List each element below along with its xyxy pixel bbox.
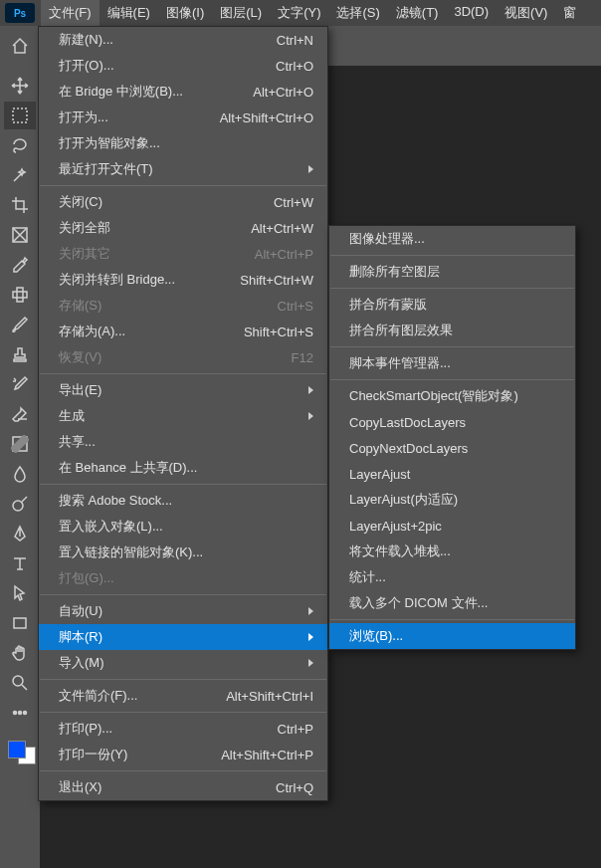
script-menu-item[interactable]: 浏览(B)...: [329, 623, 575, 649]
tool-frame[interactable]: [4, 221, 36, 249]
tool-history-brush[interactable]: [4, 370, 36, 398]
script-menu-item[interactable]: CheckSmartObject(智能对象): [329, 383, 575, 409]
tool-marquee[interactable]: [4, 102, 36, 129]
file-menu-item[interactable]: 打印(P)...Ctrl+P: [39, 716, 327, 742]
script-menu-item[interactable]: CopyNextDocLayers: [329, 435, 575, 461]
menu-8[interactable]: 视图(V): [497, 0, 555, 26]
tool-stamp[interactable]: [4, 340, 36, 368]
file-menu-item[interactable]: 搜索 Adobe Stock...: [39, 488, 327, 514]
script-menu-item[interactable]: 拼合所有图层效果: [329, 318, 575, 343]
file-menu-item: 恢复(V)F12: [39, 344, 327, 370]
script-menu-item[interactable]: CopyLastDocLayers: [329, 409, 575, 435]
menu-5[interactable]: 选择(S): [328, 0, 387, 26]
file-menu-item[interactable]: 生成: [39, 403, 327, 429]
script-menu-item[interactable]: LayerAjust: [329, 461, 575, 487]
file-menu-item[interactable]: 在 Bridge 中浏览(B)...Alt+Ctrl+O: [39, 79, 327, 105]
script-menu-item[interactable]: 脚本事件管理器...: [329, 350, 575, 376]
file-menu-item[interactable]: 关闭全部Alt+Ctrl+W: [39, 215, 327, 241]
svg-point-5: [13, 501, 23, 511]
file-menu-item[interactable]: 存储为(A)...Shift+Ctrl+S: [39, 319, 327, 344]
svg-point-7: [13, 676, 23, 686]
svg-point-9: [19, 712, 22, 715]
svg-point-8: [14, 712, 17, 715]
menu-0[interactable]: 文件(F): [41, 0, 100, 26]
tool-type[interactable]: [4, 549, 36, 577]
tool-eraser[interactable]: [4, 400, 36, 428]
file-menu-item[interactable]: 在 Behance 上共享(D)...: [39, 455, 327, 481]
tool-hand[interactable]: [4, 639, 36, 667]
script-menu-item[interactable]: 统计...: [329, 564, 575, 590]
tool-wand[interactable]: [4, 161, 36, 189]
color-swatches[interactable]: [4, 735, 36, 766]
tool-dodge[interactable]: [4, 490, 36, 518]
tool-lasso[interactable]: [4, 131, 36, 159]
script-menu-item[interactable]: 删除所有空图层: [329, 259, 575, 285]
tool-zoom[interactable]: [4, 669, 36, 697]
svg-rect-6: [14, 618, 26, 628]
svg-rect-2: [17, 288, 23, 302]
script-menu-item[interactable]: 将文件载入堆栈...: [329, 539, 575, 564]
tool-eyedropper[interactable]: [4, 251, 36, 279]
menu-3[interactable]: 图层(L): [212, 0, 270, 26]
file-menu-item[interactable]: 关闭并转到 Bridge...Shift+Ctrl+W: [39, 267, 327, 293]
tool-more[interactable]: [4, 699, 36, 727]
tool-blur[interactable]: [4, 460, 36, 488]
menu-4[interactable]: 文字(Y): [270, 0, 328, 26]
file-menu-item[interactable]: 导入(M): [39, 650, 327, 676]
file-menu-item[interactable]: 脚本(R): [39, 624, 327, 650]
tool-healing[interactable]: [4, 281, 36, 309]
script-menu-item[interactable]: LayerAjust(内适应): [329, 487, 575, 513]
menu-1[interactable]: 编辑(E): [100, 0, 158, 26]
file-menu-item[interactable]: 共享...: [39, 429, 327, 455]
file-menu-item[interactable]: 退出(X)Ctrl+Q: [39, 774, 327, 800]
script-menu-item[interactable]: 拼合所有蒙版: [329, 292, 575, 318]
menu-9[interactable]: 窗: [555, 0, 584, 26]
app-logo: Ps: [5, 3, 35, 23]
svg-point-10: [24, 712, 27, 715]
file-menu-item[interactable]: 新建(N)...Ctrl+N: [39, 27, 327, 53]
file-menu-item[interactable]: 置入链接的智能对象(K)...: [39, 540, 327, 565]
file-menu-item[interactable]: 打印一份(Y)Alt+Shift+Ctrl+P: [39, 742, 327, 767]
tool-palette: [0, 66, 40, 868]
file-menu-item[interactable]: 打开为...Alt+Shift+Ctrl+O: [39, 105, 327, 130]
menu-7[interactable]: 3D(D): [446, 0, 497, 26]
file-menu-item: 存储(S)Ctrl+S: [39, 293, 327, 319]
script-menu-item[interactable]: 图像处理器...: [329, 226, 575, 252]
tool-move[interactable]: [4, 72, 36, 100]
tool-path-select[interactable]: [4, 579, 36, 607]
svg-rect-3: [13, 292, 27, 298]
file-menu-item[interactable]: 文件简介(F)...Alt+Shift+Ctrl+I: [39, 683, 327, 709]
file-menu-item: 关闭其它Alt+Ctrl+P: [39, 241, 327, 267]
menu-6[interactable]: 滤镜(T): [388, 0, 447, 26]
menubar: Ps 文件(F)编辑(E)图像(I)图层(L)文字(Y)选择(S)滤镜(T)3D…: [0, 0, 601, 26]
script-menu-item[interactable]: 载入多个 DICOM 文件...: [329, 590, 575, 616]
file-menu-item[interactable]: 打开(O)...Ctrl+O: [39, 53, 327, 79]
file-menu-item[interactable]: 关闭(C)Ctrl+W: [39, 189, 327, 215]
file-menu-item[interactable]: 最近打开文件(T): [39, 156, 327, 182]
home-icon[interactable]: [8, 34, 32, 58]
svg-rect-0: [13, 108, 27, 122]
file-menu-item[interactable]: 导出(E): [39, 377, 327, 403]
file-menu-item: 打包(G)...: [39, 565, 327, 591]
tool-rectangle[interactable]: [4, 609, 36, 637]
tool-gradient[interactable]: [4, 430, 36, 458]
tool-pen[interactable]: [4, 520, 36, 547]
file-menu-item[interactable]: 自动(U): [39, 598, 327, 624]
script-menu-item[interactable]: LayerAjust+2pic: [329, 513, 575, 539]
tool-brush[interactable]: [4, 311, 36, 338]
file-menu-item[interactable]: 打开为智能对象...: [39, 130, 327, 156]
tool-crop[interactable]: [4, 191, 36, 219]
file-menu: 新建(N)...Ctrl+N打开(O)...Ctrl+O在 Bridge 中浏览…: [38, 26, 328, 801]
script-submenu: 图像处理器...删除所有空图层拼合所有蒙版拼合所有图层效果脚本事件管理器...C…: [328, 225, 576, 650]
file-menu-item[interactable]: 置入嵌入对象(L)...: [39, 514, 327, 540]
menu-2[interactable]: 图像(I): [158, 0, 212, 26]
